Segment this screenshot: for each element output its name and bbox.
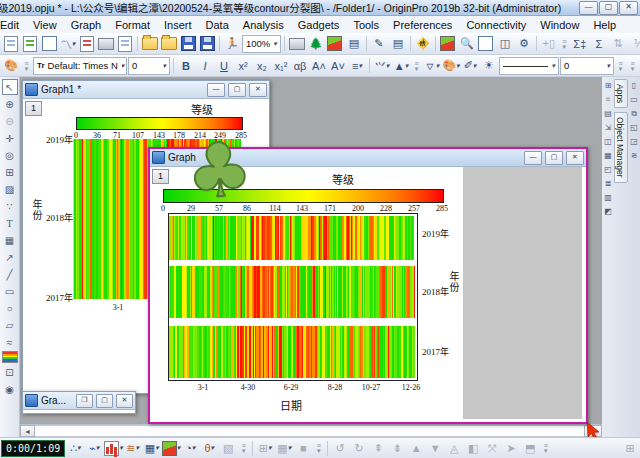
new-sheet-button[interactable]: ▦▾: [275, 439, 293, 457]
org-chart-button[interactable]: 🚸: [414, 35, 432, 53]
zoom-out-tool-icon[interactable]: ⊖: [2, 113, 18, 129]
open-template-button[interactable]: [160, 35, 178, 53]
text-tool-icon[interactable]: T: [2, 215, 18, 231]
digitizer-button[interactable]: 🏃: [223, 35, 241, 53]
pattern-color-button[interactable]: 🎨▾: [442, 57, 460, 75]
italic-button[interactable]: I: [196, 57, 214, 75]
tab-apps[interactable]: Apps: [614, 79, 628, 108]
percent-button[interactable]: ⅟: [628, 35, 640, 53]
plot-overflow-chevron-3[interactable]: ≡▾: [540, 439, 551, 457]
extract-icon[interactable]: ◰: [603, 164, 614, 175]
theme-gallery-button[interactable]: ⚙: [515, 35, 533, 53]
axis-scale-button[interactable]: ⺍▾: [373, 57, 391, 75]
minimized-close-button[interactable]: ✕: [116, 394, 133, 408]
arrow-tool-icon[interactable]: ↗: [2, 249, 18, 265]
table-button[interactable]: [477, 35, 495, 53]
subscript-button[interactable]: x₂: [253, 57, 271, 75]
minimized-maximize-button[interactable]: ▢: [96, 394, 113, 408]
tab-object-manager[interactable]: Object Manager: [614, 112, 628, 182]
window-split-button[interactable]: ◫: [496, 35, 514, 53]
menu-graph[interactable]: Graph: [64, 18, 109, 32]
plot-theta-button[interactable]: θ▾: [200, 439, 218, 457]
app-titlebar[interactable]: 级2019.opju * - L:\公众号\编辑之潭\20200524-臭氧等级…: [0, 0, 640, 16]
add-column-button[interactable]: +▯: [540, 35, 558, 53]
back-icon[interactable]: ◲: [629, 136, 640, 147]
reset-rotation-icon[interactable]: ◧: [464, 439, 482, 457]
extract-graph-button[interactable]: ■: [294, 439, 312, 457]
graph1-titlebar[interactable]: Graph1 * — ▢ ✕: [23, 81, 269, 99]
scroll-track[interactable]: [35, 425, 584, 437]
format-overflow-chevron-3[interactable]: ≡▾: [627, 57, 638, 75]
graph1-layer-badge[interactable]: 1: [25, 101, 42, 116]
plot-multicurve-button[interactable]: ≋▾: [124, 439, 142, 457]
polygon-tool-icon[interactable]: ▱: [2, 317, 18, 333]
resize-icon[interactable]: ⤧: [483, 439, 501, 457]
align-left-icon[interactable]: ▯: [629, 80, 640, 91]
open-button[interactable]: [141, 35, 159, 53]
fill-color-button[interactable]: 🜄▾: [423, 57, 441, 75]
font-size-select[interactable]: 0▾: [128, 57, 170, 75]
plot-line-symbol-button[interactable]: ⌁▾: [85, 439, 103, 457]
circle-tool-icon[interactable]: ○: [2, 300, 18, 316]
add-layer-icon[interactable]: ⊞: [603, 80, 614, 91]
menu-data[interactable]: Data: [199, 18, 236, 32]
layer-contents-icon[interactable]: ▤: [603, 108, 614, 119]
matrix-object-tool-icon[interactable]: ▦: [2, 232, 18, 248]
line-color-button[interactable]: ✐▾: [461, 57, 479, 75]
video-builder-button[interactable]: ▤: [345, 35, 363, 53]
minimized-titlebar[interactable]: Gra... ❐ ▢ ✕: [23, 392, 135, 410]
menu-gadgets[interactable]: Gadgets: [291, 18, 347, 32]
tilt-left-icon[interactable]: ⇞: [369, 439, 387, 457]
sum-button[interactable]: Σ: [590, 35, 608, 53]
screen-reader-tool-icon[interactable]: ✛: [2, 130, 18, 146]
plot-contour-button[interactable]: ▦▾: [143, 439, 161, 457]
duplicate-icon[interactable]: ◫: [603, 136, 614, 147]
rotate-right-icon[interactable]: ↻: [350, 439, 368, 457]
project-explorer-button[interactable]: 🌲: [307, 35, 325, 53]
maximize-button[interactable]: ▢: [599, 1, 618, 15]
new-graph-button[interactable]: 〽▾: [59, 35, 77, 53]
close-button[interactable]: ✕: [619, 1, 638, 15]
distribute-icon[interactable]: ≋: [629, 150, 640, 161]
minimize-button[interactable]: —: [579, 1, 598, 15]
add-axis-icon[interactable]: ⌗: [603, 94, 614, 105]
graph1-close-button[interactable]: ✕: [249, 83, 267, 97]
menu-format[interactable]: Format: [108, 18, 157, 32]
menu-help[interactable]: Help: [586, 18, 623, 32]
menu-view[interactable]: View: [26, 18, 64, 32]
color-scale-tool-icon[interactable]: [2, 351, 18, 363]
perspective-icon[interactable]: ◬: [445, 439, 463, 457]
rotate-left-icon[interactable]: ↺: [331, 439, 349, 457]
underline-button[interactable]: U: [215, 57, 233, 75]
line-style-select[interactable]: ▾: [499, 57, 559, 75]
line-tool-icon[interactable]: ╱: [2, 266, 18, 282]
graph1-maximize-button[interactable]: ▢: [228, 83, 246, 97]
menu-connectivity[interactable]: Connectivity: [459, 18, 533, 32]
graph2-maximize-button[interactable]: ▢: [545, 151, 563, 165]
magnify-button[interactable]: 🔍: [458, 35, 476, 53]
plot-3d-button[interactable]: ▧: [219, 439, 237, 457]
fit-page-icon[interactable]: ⬒: [521, 439, 539, 457]
plot-overflow-chevron-2[interactable]: ≡▾: [313, 439, 324, 457]
zoom-in-tool-icon[interactable]: ⊕: [2, 96, 18, 112]
menu-tools[interactable]: Tools: [346, 18, 386, 32]
new-workbook-button[interactable]: [40, 35, 58, 53]
front-icon[interactable]: ◱: [629, 122, 640, 133]
menu-edit[interactable]: Edit: [0, 18, 26, 32]
layout-grid-button[interactable]: ⊞: [621, 439, 639, 457]
save-project-button[interactable]: [179, 35, 197, 53]
graph2-close-button[interactable]: ✕: [566, 151, 584, 165]
mask-tool-icon[interactable]: ▨: [2, 181, 18, 197]
print-button[interactable]: [288, 35, 306, 53]
insert-equation-tool-icon[interactable]: ⊡: [2, 364, 18, 380]
color-scale-icon[interactable]: ▥: [603, 192, 614, 203]
minimized-restore-button[interactable]: ❐: [76, 394, 93, 408]
edit-pencil-button[interactable]: ✎: [370, 35, 388, 53]
sigma-group-button[interactable]: Σ‡: [571, 35, 589, 53]
menu-window[interactable]: Window: [533, 18, 586, 32]
layer-stack-button[interactable]: ▤: [389, 35, 407, 53]
draw-data-tool-icon[interactable]: ∵: [2, 198, 18, 214]
greek-button[interactable]: αβ: [291, 57, 309, 75]
screen-capture-button[interactable]: [439, 35, 457, 53]
new-folder-button[interactable]: [21, 35, 39, 53]
